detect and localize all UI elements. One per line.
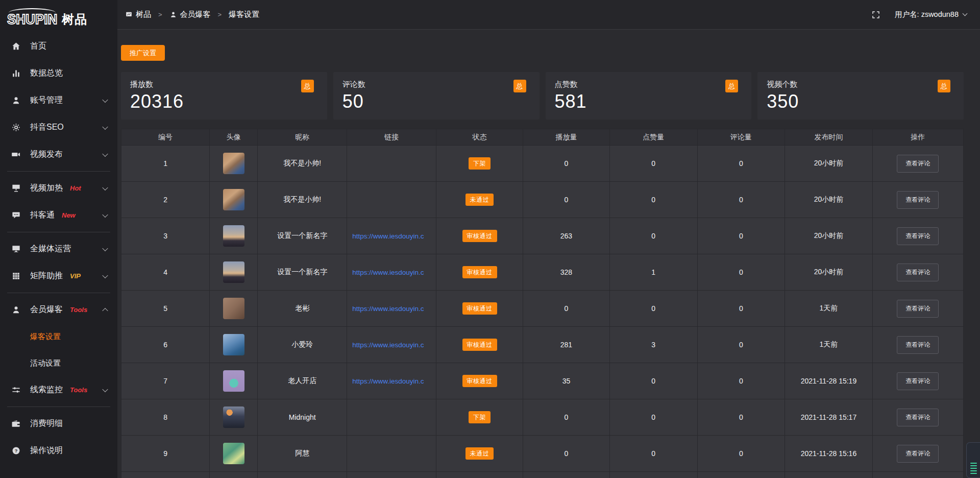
fullscreen-icon[interactable] [871, 10, 880, 19]
topbar: 树品 > 会员爆客 > 爆客设置 用户名: zswodun88 [117, 0, 980, 30]
video-link[interactable]: https://www.iesdouyin.c [352, 269, 424, 276]
chat-widget[interactable] [966, 442, 980, 478]
video-link[interactable]: https://www.iesdouyin.c [352, 232, 424, 240]
sidebar-item-10[interactable]: 线索监控 Tools [0, 376, 117, 403]
cell-action: 查看评论 [872, 291, 963, 327]
view-comments-button[interactable]: 查看评论 [897, 300, 939, 318]
cell-id: 8 [121, 399, 210, 436]
screen-icon [11, 183, 21, 194]
breadcrumb-item[interactable]: 树品 [125, 10, 151, 19]
column-header: 编号 [121, 129, 210, 146]
view-comments-button[interactable]: 查看评论 [897, 445, 939, 463]
chevron-icon [102, 124, 108, 129]
sidebar-item-label: 账号管理 [30, 95, 63, 106]
cell-nickname: Midnight [258, 399, 347, 436]
sidebar-item-tag: Hot [70, 184, 81, 192]
svg-text:?: ? [15, 448, 18, 453]
cell-status: 下架 [436, 399, 523, 436]
view-comments-button[interactable]: 查看评论 [897, 336, 939, 354]
sidebar-item-2[interactable]: 账号管理 [0, 87, 117, 114]
view-comments-button[interactable]: 查看评论 [897, 409, 939, 426]
monitor-icon [11, 244, 21, 254]
view-comments-button[interactable]: 查看评论 [897, 227, 939, 245]
cell-status: 下架 [436, 146, 523, 182]
cell-action: 查看评论 [872, 436, 963, 472]
chevron-icon [102, 386, 108, 392]
sidebar-item-4[interactable]: 视频发布 [0, 141, 117, 168]
sidebar-item-label: 线索监控 [30, 385, 63, 395]
stat-card-title: 点赞数 [555, 80, 739, 89]
cell-action [872, 472, 963, 478]
sidebar-item-12[interactable]: ? 操作说明 [0, 437, 117, 464]
cell-plays: 281 [523, 327, 610, 363]
cell-link [347, 182, 436, 218]
breadcrumb-item[interactable]: 爆客设置 [229, 10, 259, 19]
sidebar-subitem[interactable]: 爆客设置 [0, 323, 117, 350]
cell-nickname: 阿慧 [258, 436, 347, 472]
cell-avatar [210, 327, 258, 363]
cell-likes: 0 [609, 218, 697, 254]
view-comments-button[interactable]: 查看评论 [897, 372, 939, 390]
cell-link: https://www.iesdouyin.c [347, 327, 436, 363]
chevron-down-icon [963, 11, 968, 16]
sidebar-nav: 首页 数据总览 账号管理 抖音SEO 视频发布 视频加热 Hot 抖客通 New… [0, 33, 117, 464]
sidebar-item-tag: New [62, 211, 76, 219]
brand-name-en: SHUPIN [7, 12, 57, 26]
sidebar-item-0[interactable]: 首页 [0, 33, 117, 60]
sidebar-item-8[interactable]: 矩阵助推 VIP [0, 262, 117, 290]
chevron-icon [102, 307, 108, 313]
cell-nickname: 设置一个新名字 [258, 254, 347, 291]
avatar [223, 443, 244, 464]
video-link[interactable]: https://www.iesdouyin.c [352, 305, 424, 313]
cell-status: 审核通过 [436, 254, 523, 291]
sidebar-item-6[interactable]: 抖客通 New [0, 202, 117, 229]
total-badge: 总 [725, 80, 738, 92]
view-comments-button[interactable]: 查看评论 [897, 264, 939, 281]
view-comments-button[interactable]: 查看评论 [897, 155, 939, 173]
cell-status: 审核通过 [436, 291, 523, 327]
cell-plays: 0 [523, 436, 610, 472]
sidebar-item-1[interactable]: 数据总览 [0, 60, 117, 87]
column-header: 播放量 [523, 129, 610, 146]
cell-id: 4 [121, 254, 210, 291]
sidebar-item-label: 抖音SEO [30, 122, 64, 133]
breadcrumb-label: 会员爆客 [180, 10, 211, 19]
sidebar-item-7[interactable]: 全媒体运营 [0, 235, 117, 262]
home-icon [11, 41, 21, 52]
cell-time: 1天前 [785, 291, 873, 327]
cell-time: 2021-11-28 15:17 [785, 399, 873, 436]
cell-link: https://www.iesdouyin.c [347, 291, 436, 327]
view-comments-button[interactable]: 查看评论 [897, 191, 939, 209]
sidebar-subitem[interactable]: 活动设置 [0, 350, 117, 376]
sidebar-item-label: 操作说明 [30, 445, 63, 456]
breadcrumb-item[interactable]: 会员爆客 [169, 10, 211, 19]
column-header: 评论量 [697, 129, 785, 146]
sidebar-divider [7, 407, 110, 407]
video-link[interactable]: https://www.iesdouyin.c [352, 341, 424, 349]
cell-status: 审核通过 [436, 327, 523, 363]
stat-card-value: 50 [342, 91, 526, 112]
sidebar-item-5[interactable]: 视频加热 Hot [0, 175, 117, 202]
promo-settings-button[interactable]: 推广设置 [121, 45, 165, 61]
cell-comments: 0 [697, 436, 785, 472]
cell-comments: 0 [697, 291, 785, 327]
sidebar-subitem-label: 爆客设置 [30, 332, 61, 342]
column-header: 操作 [872, 129, 963, 146]
cell-avatar [210, 146, 258, 182]
cell-id [121, 472, 210, 478]
video-link[interactable]: https://www.iesdouyin.c [352, 377, 424, 385]
sidebar-item-3[interactable]: 抖音SEO [0, 114, 117, 141]
username-menu[interactable]: 用户名: zswodun88 [895, 10, 967, 19]
column-header: 头像 [210, 129, 258, 146]
cell-id: 9 [121, 436, 210, 472]
stat-card-value: 20316 [130, 91, 314, 112]
avatar [223, 298, 244, 319]
cell-nickname [258, 472, 347, 478]
cell-id: 6 [121, 327, 210, 363]
cell-id: 7 [121, 363, 210, 399]
status-badge: 审核通过 [462, 266, 497, 278]
sidebar-item-11[interactable]: 消费明细 [0, 410, 117, 437]
sidebar-subitem-label: 活动设置 [30, 358, 61, 368]
cell-comments: 0 [697, 146, 785, 182]
sidebar-item-9[interactable]: 会员爆客 Tools [0, 296, 117, 323]
